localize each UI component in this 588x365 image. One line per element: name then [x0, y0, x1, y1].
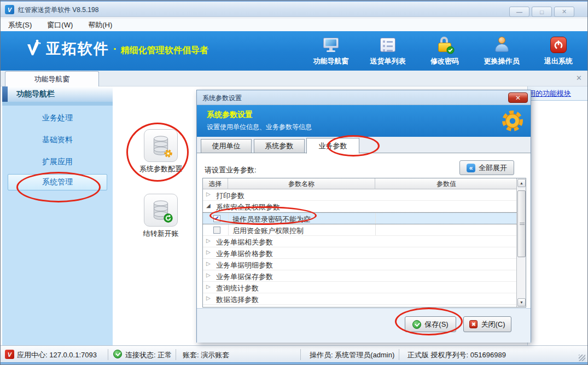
expand-arrow-icon[interactable]: ▷ [206, 260, 211, 266]
tool-change-password[interactable]: 修改密码 [423, 36, 466, 66]
scroll-up-icon[interactable]: ▲ [517, 179, 526, 187]
menu-bar: 系统(S) 窗口(W) 帮助(H) [1, 19, 587, 31]
collapse-arrow-icon[interactable]: ◢ [206, 202, 211, 208]
status-app-center: 应用中心: 127.0.0.1:7093 [17, 350, 97, 360]
grid-body: ▷ 打印参数 ◢ 系统安全及权限参数 I 操作员登录密码不能为空 启用资金账户权… [203, 189, 517, 308]
group-row-query-stats[interactable]: ▷ 查询统计参数 [203, 282, 517, 293]
banner-toolbar: 功能导航窗 送货单列表 [310, 36, 580, 66]
checkbox-checked[interactable] [213, 215, 220, 222]
expand-all-icon: « [467, 164, 475, 172]
status-operator: 操作员: 系统管理员(admin) [310, 350, 394, 360]
tabstrip-close-icon[interactable]: ✕ [576, 74, 582, 82]
close-button[interactable]: ✕ [554, 7, 574, 17]
group-row-required-fields[interactable]: ▷ 基础数据必填项参数 [203, 305, 517, 308]
expand-arrow-icon[interactable]: ▷ [206, 283, 211, 289]
sidebar-item-business[interactable]: 业务处理 [8, 110, 107, 126]
expand-arrow-icon[interactable]: ▷ [206, 237, 211, 244]
status-bar: V 应用中心: 127.0.0.1:7093 连接状态: 正常 账套: 演示账套… [1, 345, 587, 363]
params-prompt: 请设置业务参数: [205, 165, 257, 175]
menu-system[interactable]: 系统(S) [1, 20, 39, 30]
close-x-icon: ✖ [469, 320, 478, 328]
brand-logo-icon [25, 39, 42, 59]
dialog-footer: 保存(S) ✖ 关闭(C) [197, 308, 531, 343]
tab-company[interactable]: 使用单位 [201, 139, 252, 153]
menu-window[interactable]: 窗口(W) [39, 20, 80, 30]
column-select[interactable]: 选择 [203, 178, 228, 189]
brand-name: 亚拓软件 [46, 39, 109, 59]
expand-arrow-icon[interactable]: ▷ [206, 191, 211, 197]
status-account: 账套: 演示账套 [183, 350, 229, 360]
group-row-doc-related[interactable]: ▷ 业务单据相关参数 [203, 236, 517, 247]
system-params-dialog: 系统参数设置 ✕ 系统参数设置 设置使用单位信息、业务参数等信息 使用单位 系统… [196, 90, 531, 343]
sidebar-header: 功能导航栏 [2, 86, 113, 102]
save-check-icon [412, 320, 421, 329]
tab-nav-window[interactable]: 功能导航窗 [5, 71, 99, 86]
grid-header: 选择 参数名称 参数值 [203, 178, 517, 189]
sidebar-item-extension[interactable]: 扩展应用 [8, 154, 107, 170]
group-row-doc-detail[interactable]: ▷ 业务单据明细参数 [203, 259, 517, 270]
dialog-close-button[interactable]: ✕ [508, 92, 528, 103]
title-bar: V 红管家送货单软件 V8.5.198 — □ ✕ [1, 1, 587, 17]
expand-arrow-icon[interactable]: ▷ [206, 295, 211, 301]
group-row-doc-save[interactable]: ▷ 业务单据保存参数 [203, 270, 517, 282]
status-connection: 连接状态: 正常 [125, 350, 172, 360]
expand-arrow-icon[interactable]: ▷ [206, 272, 211, 278]
dialog-title: 系统参数设置 [202, 94, 242, 103]
lock-icon [435, 36, 454, 54]
shortcut-system-params[interactable]: 系统参数配置 [135, 129, 187, 174]
close-dialog-button[interactable]: ✖ 关闭(C) [463, 316, 511, 332]
user-icon [492, 36, 511, 54]
sidebar-accent [2, 86, 8, 102]
resize-grip[interactable] [579, 355, 585, 361]
group-row-security[interactable]: ◢ 系统安全及权限参数 [203, 201, 517, 212]
dialog-titlebar[interactable]: 系统参数设置 ✕ [197, 90, 531, 105]
tab-business-params[interactable]: 业务参数 [306, 138, 359, 154]
document-tabstrip: 功能导航窗 ✕ [1, 71, 587, 86]
column-param-value[interactable]: 参数值 [375, 178, 517, 189]
tool-switch-operator[interactable]: 更换操作员 [480, 36, 523, 66]
status-license: 正式版 授权序列号: 051696989 [407, 350, 506, 360]
tool-nav-window[interactable]: 功能导航窗 [310, 36, 352, 66]
param-row-fund-permission[interactable]: 启用资金账户权限控制 [203, 224, 517, 236]
nav-sidebar: 功能导航栏 业务处理 基础资料 扩展应用 系统管理 [2, 86, 113, 345]
tool-delivery-list[interactable]: 送货单列表 [366, 36, 409, 66]
scroll-down-icon[interactable]: ▼ [517, 298, 526, 306]
checkbox-unchecked[interactable] [213, 227, 220, 234]
column-param-name[interactable]: 参数名称 [228, 178, 375, 189]
tab-system-params[interactable]: 系统参数 [254, 139, 305, 153]
window-title: 红管家送货单软件 V8.5.198 [18, 5, 98, 15]
group-row-doc-price[interactable]: ▷ 业务单据价格参数 [203, 247, 517, 259]
sidebar-item-sysmgmt[interactable]: 系统管理 [8, 174, 107, 190]
params-grid: 选择 参数名称 参数值 ▷ 打印参数 ◢ 系统安全及权限参数 I 操作员登录密码… [202, 178, 526, 308]
connection-ok-icon [113, 350, 122, 358]
param-row-password-required[interactable]: I 操作员登录密码不能为空 [203, 212, 517, 224]
group-row-print[interactable]: ▷ 打印参数 [203, 189, 517, 201]
expand-arrow-icon[interactable]: ▷ [206, 306, 211, 308]
power-icon [549, 36, 568, 54]
minimize-button[interactable]: — [509, 7, 529, 17]
menu-help[interactable]: 帮助(H) [80, 20, 120, 30]
sidebar-item-basedata[interactable]: 基础资料 [8, 132, 107, 148]
right-panel: 启用的功能模块 [527, 86, 587, 345]
refresh-badge-icon [164, 213, 173, 223]
dialog-tabs: 使用单位 系统参数 业务参数 [197, 137, 531, 153]
gear-badge-icon [164, 149, 173, 158]
scrollbar-thumb[interactable] [517, 190, 526, 257]
dialog-header-band: 系统参数设置 设置使用单位信息、业务参数等信息 [197, 105, 531, 137]
group-row-data-select[interactable]: ▷ 数据选择参数 [203, 293, 517, 305]
tool-exit-system[interactable]: 退出系统 [537, 36, 580, 66]
expand-all-button[interactable]: « 全部展开 [459, 160, 514, 175]
monitor-icon [322, 36, 340, 54]
app-logo-icon: V [5, 5, 14, 14]
gear-icon [500, 108, 525, 134]
app-window: V 红管家送货单软件 V8.5.198 — □ ✕ 系统(S) 窗口(W) 帮助… [0, 0, 588, 365]
grid-scrollbar[interactable]: ▲ ▼ [516, 178, 526, 307]
save-button[interactable]: 保存(S) [405, 316, 456, 332]
shortcut-carryover[interactable]: 结转新开账 [135, 194, 187, 239]
statusbar-app-icon: V [5, 350, 14, 359]
maximize-button[interactable]: □ [532, 7, 552, 17]
expand-arrow-icon[interactable]: ▷ [206, 249, 211, 255]
brand-separator: · [113, 43, 117, 55]
brand-slogan: 精细化管理软件倡导者 [121, 45, 208, 56]
list-icon [379, 36, 397, 54]
